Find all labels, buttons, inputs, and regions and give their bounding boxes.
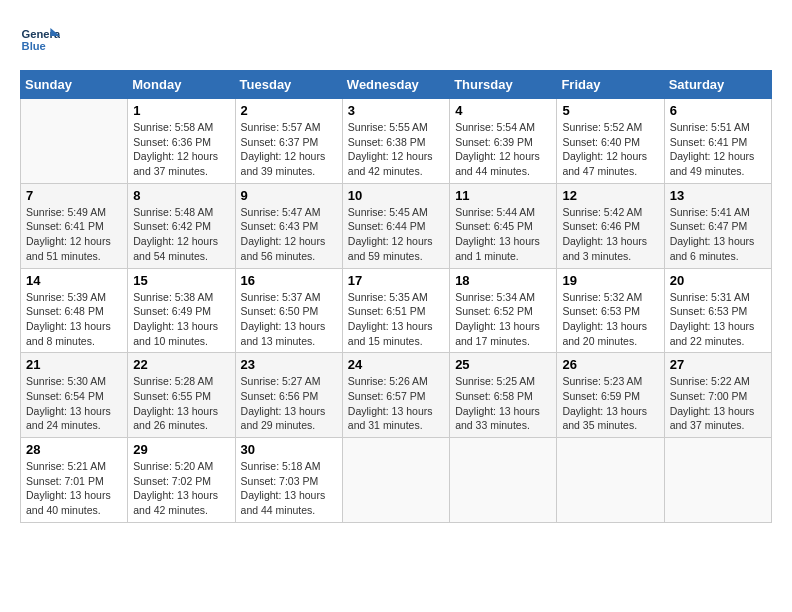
day-number: 18: [455, 273, 551, 288]
day-info: Sunrise: 5:27 AM Sunset: 6:56 PM Dayligh…: [241, 374, 337, 433]
calendar-cell: 23Sunrise: 5:27 AM Sunset: 6:56 PM Dayli…: [235, 353, 342, 438]
calendar-cell: [21, 99, 128, 184]
weekday-header: Tuesday: [235, 71, 342, 99]
calendar-cell: [664, 438, 771, 523]
calendar-cell: 17Sunrise: 5:35 AM Sunset: 6:51 PM Dayli…: [342, 268, 449, 353]
weekday-header: Sunday: [21, 71, 128, 99]
calendar-cell: 3Sunrise: 5:55 AM Sunset: 6:38 PM Daylig…: [342, 99, 449, 184]
svg-text:Blue: Blue: [22, 40, 46, 52]
calendar-cell: 6Sunrise: 5:51 AM Sunset: 6:41 PM Daylig…: [664, 99, 771, 184]
calendar-cell: 30Sunrise: 5:18 AM Sunset: 7:03 PM Dayli…: [235, 438, 342, 523]
day-number: 14: [26, 273, 122, 288]
weekday-header: Thursday: [450, 71, 557, 99]
day-info: Sunrise: 5:48 AM Sunset: 6:42 PM Dayligh…: [133, 205, 229, 264]
calendar-cell: 27Sunrise: 5:22 AM Sunset: 7:00 PM Dayli…: [664, 353, 771, 438]
day-number: 6: [670, 103, 766, 118]
day-number: 4: [455, 103, 551, 118]
day-number: 7: [26, 188, 122, 203]
day-number: 22: [133, 357, 229, 372]
calendar-header-row: SundayMondayTuesdayWednesdayThursdayFrid…: [21, 71, 772, 99]
calendar-cell: [342, 438, 449, 523]
calendar-cell: 10Sunrise: 5:45 AM Sunset: 6:44 PM Dayli…: [342, 183, 449, 268]
calendar-cell: 16Sunrise: 5:37 AM Sunset: 6:50 PM Dayli…: [235, 268, 342, 353]
day-number: 11: [455, 188, 551, 203]
day-number: 28: [26, 442, 122, 457]
day-info: Sunrise: 5:52 AM Sunset: 6:40 PM Dayligh…: [562, 120, 658, 179]
calendar-cell: [557, 438, 664, 523]
day-number: 12: [562, 188, 658, 203]
day-info: Sunrise: 5:35 AM Sunset: 6:51 PM Dayligh…: [348, 290, 444, 349]
calendar-cell: 9Sunrise: 5:47 AM Sunset: 6:43 PM Daylig…: [235, 183, 342, 268]
day-number: 9: [241, 188, 337, 203]
calendar-week-row: 14Sunrise: 5:39 AM Sunset: 6:48 PM Dayli…: [21, 268, 772, 353]
day-number: 1: [133, 103, 229, 118]
day-info: Sunrise: 5:28 AM Sunset: 6:55 PM Dayligh…: [133, 374, 229, 433]
calendar-cell: 14Sunrise: 5:39 AM Sunset: 6:48 PM Dayli…: [21, 268, 128, 353]
calendar-cell: 8Sunrise: 5:48 AM Sunset: 6:42 PM Daylig…: [128, 183, 235, 268]
calendar-week-row: 28Sunrise: 5:21 AM Sunset: 7:01 PM Dayli…: [21, 438, 772, 523]
day-number: 17: [348, 273, 444, 288]
day-info: Sunrise: 5:32 AM Sunset: 6:53 PM Dayligh…: [562, 290, 658, 349]
calendar-week-row: 7Sunrise: 5:49 AM Sunset: 6:41 PM Daylig…: [21, 183, 772, 268]
calendar-body: 1Sunrise: 5:58 AM Sunset: 6:36 PM Daylig…: [21, 99, 772, 523]
day-info: Sunrise: 5:44 AM Sunset: 6:45 PM Dayligh…: [455, 205, 551, 264]
day-number: 2: [241, 103, 337, 118]
calendar-cell: 18Sunrise: 5:34 AM Sunset: 6:52 PM Dayli…: [450, 268, 557, 353]
day-info: Sunrise: 5:55 AM Sunset: 6:38 PM Dayligh…: [348, 120, 444, 179]
calendar-cell: 22Sunrise: 5:28 AM Sunset: 6:55 PM Dayli…: [128, 353, 235, 438]
calendar-cell: 4Sunrise: 5:54 AM Sunset: 6:39 PM Daylig…: [450, 99, 557, 184]
day-info: Sunrise: 5:21 AM Sunset: 7:01 PM Dayligh…: [26, 459, 122, 518]
day-number: 3: [348, 103, 444, 118]
day-number: 27: [670, 357, 766, 372]
day-number: 8: [133, 188, 229, 203]
day-number: 20: [670, 273, 766, 288]
logo: General Blue: [20, 20, 64, 60]
day-info: Sunrise: 5:38 AM Sunset: 6:49 PM Dayligh…: [133, 290, 229, 349]
day-number: 29: [133, 442, 229, 457]
day-number: 23: [241, 357, 337, 372]
weekday-header: Saturday: [664, 71, 771, 99]
day-info: Sunrise: 5:23 AM Sunset: 6:59 PM Dayligh…: [562, 374, 658, 433]
day-number: 10: [348, 188, 444, 203]
calendar-cell: 15Sunrise: 5:38 AM Sunset: 6:49 PM Dayli…: [128, 268, 235, 353]
day-number: 19: [562, 273, 658, 288]
day-info: Sunrise: 5:34 AM Sunset: 6:52 PM Dayligh…: [455, 290, 551, 349]
page-header: General Blue: [20, 20, 772, 60]
weekday-header: Friday: [557, 71, 664, 99]
day-info: Sunrise: 5:57 AM Sunset: 6:37 PM Dayligh…: [241, 120, 337, 179]
weekday-header: Monday: [128, 71, 235, 99]
day-number: 15: [133, 273, 229, 288]
calendar-week-row: 21Sunrise: 5:30 AM Sunset: 6:54 PM Dayli…: [21, 353, 772, 438]
day-info: Sunrise: 5:37 AM Sunset: 6:50 PM Dayligh…: [241, 290, 337, 349]
calendar-week-row: 1Sunrise: 5:58 AM Sunset: 6:36 PM Daylig…: [21, 99, 772, 184]
day-number: 26: [562, 357, 658, 372]
day-number: 13: [670, 188, 766, 203]
calendar-cell: 12Sunrise: 5:42 AM Sunset: 6:46 PM Dayli…: [557, 183, 664, 268]
day-info: Sunrise: 5:39 AM Sunset: 6:48 PM Dayligh…: [26, 290, 122, 349]
calendar-cell: 2Sunrise: 5:57 AM Sunset: 6:37 PM Daylig…: [235, 99, 342, 184]
day-number: 24: [348, 357, 444, 372]
day-info: Sunrise: 5:18 AM Sunset: 7:03 PM Dayligh…: [241, 459, 337, 518]
day-number: 21: [26, 357, 122, 372]
weekday-header: Wednesday: [342, 71, 449, 99]
day-info: Sunrise: 5:45 AM Sunset: 6:44 PM Dayligh…: [348, 205, 444, 264]
calendar-cell: 1Sunrise: 5:58 AM Sunset: 6:36 PM Daylig…: [128, 99, 235, 184]
day-info: Sunrise: 5:20 AM Sunset: 7:02 PM Dayligh…: [133, 459, 229, 518]
calendar-cell: 7Sunrise: 5:49 AM Sunset: 6:41 PM Daylig…: [21, 183, 128, 268]
day-info: Sunrise: 5:58 AM Sunset: 6:36 PM Dayligh…: [133, 120, 229, 179]
day-info: Sunrise: 5:30 AM Sunset: 6:54 PM Dayligh…: [26, 374, 122, 433]
calendar-cell: 24Sunrise: 5:26 AM Sunset: 6:57 PM Dayli…: [342, 353, 449, 438]
day-info: Sunrise: 5:42 AM Sunset: 6:46 PM Dayligh…: [562, 205, 658, 264]
day-info: Sunrise: 5:47 AM Sunset: 6:43 PM Dayligh…: [241, 205, 337, 264]
day-info: Sunrise: 5:26 AM Sunset: 6:57 PM Dayligh…: [348, 374, 444, 433]
calendar-table: SundayMondayTuesdayWednesdayThursdayFrid…: [20, 70, 772, 523]
calendar-cell: [450, 438, 557, 523]
day-info: Sunrise: 5:41 AM Sunset: 6:47 PM Dayligh…: [670, 205, 766, 264]
day-info: Sunrise: 5:49 AM Sunset: 6:41 PM Dayligh…: [26, 205, 122, 264]
day-info: Sunrise: 5:25 AM Sunset: 6:58 PM Dayligh…: [455, 374, 551, 433]
day-info: Sunrise: 5:51 AM Sunset: 6:41 PM Dayligh…: [670, 120, 766, 179]
calendar-cell: 11Sunrise: 5:44 AM Sunset: 6:45 PM Dayli…: [450, 183, 557, 268]
calendar-cell: 28Sunrise: 5:21 AM Sunset: 7:01 PM Dayli…: [21, 438, 128, 523]
calendar-cell: 13Sunrise: 5:41 AM Sunset: 6:47 PM Dayli…: [664, 183, 771, 268]
calendar-cell: 29Sunrise: 5:20 AM Sunset: 7:02 PM Dayli…: [128, 438, 235, 523]
